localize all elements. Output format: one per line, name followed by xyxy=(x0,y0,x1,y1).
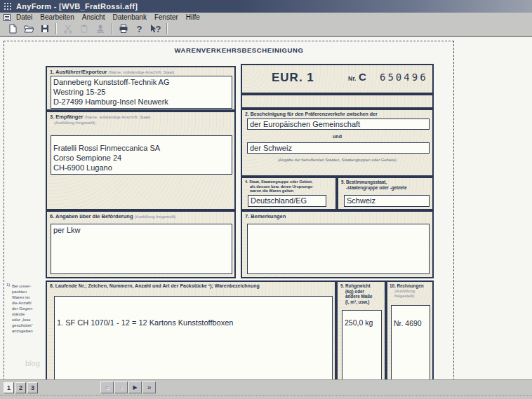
help-button[interactable]: ? xyxy=(132,22,147,35)
box5-label-line: -staatengruppe oder -gebiete xyxy=(341,185,407,191)
window-resize-edge[interactable] xyxy=(0,395,532,399)
box4-label-line: 4. Staat, Staatengruppe oder Gebiet, xyxy=(245,180,312,184)
destination-field[interactable]: Schweiz xyxy=(344,195,430,207)
new-document-icon xyxy=(8,24,18,34)
box7-label: 7. Bemerkungen xyxy=(245,213,286,219)
box5-label-line: 5. Bestimmungsstaat, xyxy=(341,180,387,184)
toolbar: ? ? xyxy=(0,22,532,36)
preference-party1-field[interactable]: der Europäischen Gemeinschaft xyxy=(247,119,430,130)
open-folder-icon xyxy=(24,24,34,34)
note-strip: Vor dem Ausfüllen Anmerkungen auf der Rü… xyxy=(241,94,434,109)
box10-label: 10. Rechnungen xyxy=(390,283,424,288)
previous-record-button[interactable]: ‹ xyxy=(114,381,128,393)
box9-label-line: (kg) oder xyxy=(340,289,373,295)
menu-bar: Datei Bearbeiten Ansicht Datenbank Fenst… xyxy=(0,13,532,22)
conjunction-label: und xyxy=(242,134,432,139)
form-title: WARENVERKEHRSBESCHEINIGUNG xyxy=(44,46,434,54)
eur1-title: EUR. 1 xyxy=(272,71,314,85)
box6-transport: 6. Angaben über die Beförderung (Ausfüll… xyxy=(46,210,236,278)
consignee-line: CH-6900 Lugano xyxy=(53,163,230,173)
box4-label-line: waren die Waren gelten xyxy=(245,189,314,194)
help-icon: ? xyxy=(137,25,142,34)
save-icon xyxy=(40,24,50,34)
context-help-arrow-icon xyxy=(150,24,156,34)
window-title: AnyForm - [WVB_FratRossi.aff] xyxy=(16,2,138,11)
box3-consignee: 3. Empfänger (Name, vollständige Anschri… xyxy=(46,111,236,210)
footnote-marker: 1) xyxy=(6,283,10,287)
box9-label-line: (l, m³, usw.) xyxy=(340,299,373,305)
box10-label-small: (Ausfüllung xyxy=(390,289,424,295)
box9-label-line: andere Maße xyxy=(340,294,373,299)
first-record-icon: « xyxy=(105,384,109,391)
first-record-button[interactable]: « xyxy=(100,381,114,393)
box8-label: 8. Laufende Nr.; Zeichen, Nummern, Anzah… xyxy=(50,283,260,288)
serial-number: 650496 xyxy=(380,72,428,83)
title-bar[interactable]: AnyForm - [WVB_FratRossi.aff] xyxy=(0,0,532,13)
page-tab-3[interactable]: 3 xyxy=(27,382,38,393)
anyform-window: AnyForm - [WVB_FratRossi.aff] Datei Bear… xyxy=(0,0,532,399)
page-tab-2[interactable]: 2 xyxy=(15,382,26,393)
preference-party2-field[interactable]: der Schweiz xyxy=(247,142,430,154)
consignee-line: Fratelli Rossi Finmeccanica SA xyxy=(53,143,230,153)
consignee-line: Corso Sempione 24 xyxy=(53,153,230,163)
exporter-line: Westring 15-25 xyxy=(53,87,230,97)
document-window-icon[interactable] xyxy=(4,14,11,21)
menu-ansicht[interactable]: Ansicht xyxy=(82,13,105,21)
toolbar-separator xyxy=(166,23,168,34)
previous-record-icon: ‹ xyxy=(120,384,122,391)
box9-gross-weight: 9. Rohgewicht (kg) oder andere Maße (l, … xyxy=(336,280,386,379)
menu-hilfe[interactable]: Hilfe xyxy=(186,13,200,21)
box10-invoices: 10. Rechnungen (Ausfüllung freigestellt)… xyxy=(386,280,434,379)
document-area: WARENVERKEHRSBESCHEINIGUNG 1. Ausführer/… xyxy=(0,36,532,379)
open-button[interactable] xyxy=(21,22,36,35)
box2-label: 2. Bescheinigung für den Präferenzverkeh… xyxy=(245,111,378,116)
menu-datenbank[interactable]: Datenbank xyxy=(113,13,147,21)
box6-label-small: (Ausfüllung freigestellt) xyxy=(135,215,176,219)
menu-datei[interactable]: Datei xyxy=(16,13,32,21)
goods-field[interactable]: 1. SF CH 1070/1 - 12 = 12 Kartons Kunsts… xyxy=(54,296,333,379)
page-tab-1[interactable]: 1 xyxy=(4,382,14,393)
box5-destination: 5. Bestimmungsstaat, -staatengruppe oder… xyxy=(337,177,434,210)
consignee-field[interactable]: Fratelli Rossi Finmeccanica SA Corso Sem… xyxy=(51,135,232,175)
next-record-icon: ▶ xyxy=(133,385,137,391)
box1-label-small: (Name, vollständige Anschrift, Staat) xyxy=(109,70,175,74)
print-button[interactable] xyxy=(116,22,131,35)
footnote: Bei unver-packten Waren istdie Anzahl de… xyxy=(12,283,43,334)
exporter-line: Danneberg Kunststoff-Technik AG xyxy=(53,77,230,87)
last-record-icon: » xyxy=(147,384,152,391)
new-button[interactable] xyxy=(5,22,20,35)
box7-remarks: 7. Bemerkungen xyxy=(241,210,434,278)
toolbar-separator xyxy=(55,23,57,34)
cut-icon xyxy=(63,24,73,34)
box1-label: 1. Ausführer/Exporteur xyxy=(50,69,107,75)
app-icon xyxy=(4,2,12,11)
page-bar: 1 2 3 « ‹ ▶ » xyxy=(0,379,532,395)
box2-certificate: 2. Bescheinigung für den Präferenzverkeh… xyxy=(241,109,434,177)
print-icon xyxy=(119,24,128,34)
menu-fenster[interactable]: Fenster xyxy=(154,13,178,21)
box9-label-line: 9. Rohgewicht xyxy=(340,283,371,288)
remarks-field[interactable] xyxy=(247,224,430,274)
serial-series: C xyxy=(359,71,366,83)
stamp-icon xyxy=(95,24,105,34)
last-record-button[interactable]: » xyxy=(142,381,156,393)
next-record-button[interactable]: ▶ xyxy=(128,381,142,393)
invoices-field[interactable]: Nr. 4690 xyxy=(391,305,430,379)
toolbar-separator xyxy=(111,23,112,34)
cut-button[interactable] xyxy=(60,22,75,35)
exporter-field[interactable]: Danneberg Kunststoff-Technik AG Westring… xyxy=(51,76,232,109)
context-help-button[interactable]: ? xyxy=(148,22,163,35)
box6-label: 6. Angaben über die Beförderung xyxy=(50,213,133,219)
menu-bearbeiten[interactable]: Bearbeiten xyxy=(40,13,74,21)
stamp-button[interactable] xyxy=(93,22,107,35)
transport-field[interactable]: per Lkw xyxy=(51,224,232,274)
eur1-header-box: EUR. 1 Nr. C 650496 xyxy=(241,64,434,94)
origin-country-field[interactable]: Deutschland/EG xyxy=(248,195,326,207)
box1-exporter: 1. Ausführer/Exporteur (Name, vollständi… xyxy=(46,66,236,111)
watermark: blog xyxy=(25,359,40,367)
save-button[interactable] xyxy=(37,22,52,35)
context-help-question-icon: ? xyxy=(156,25,161,34)
box10-label-small: freigestellt) xyxy=(390,294,424,299)
gross-weight-field[interactable]: 250,0 kg xyxy=(342,310,382,379)
paste-button[interactable] xyxy=(77,22,91,35)
